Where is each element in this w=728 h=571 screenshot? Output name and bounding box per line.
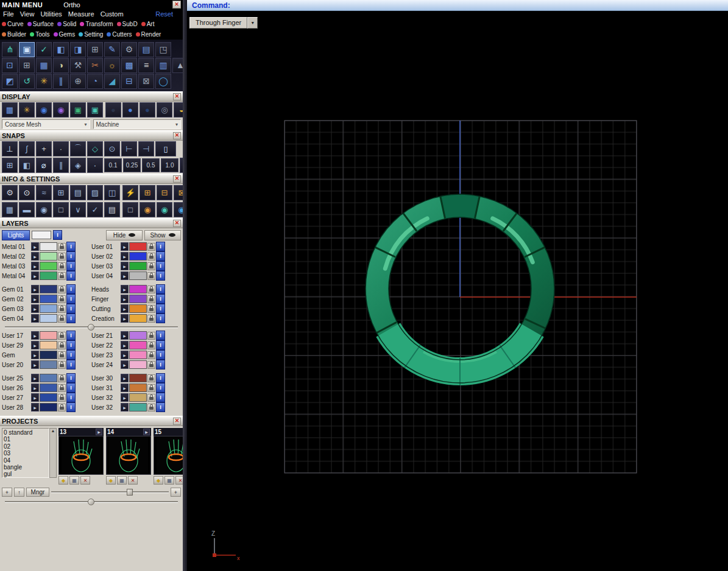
layer-info-button[interactable]: I — [156, 340, 165, 350]
layer-name[interactable]: Metal 01 — [2, 243, 30, 250]
delete-icon[interactable]: ✕ — [128, 476, 138, 485]
lock-icon[interactable] — [147, 351, 155, 359]
close-icon[interactable]: ✕ — [173, 418, 181, 425]
toolbar-icon[interactable]: ◉ — [157, 202, 172, 217]
layer-name[interactable]: User 04 — [91, 273, 120, 279]
toolbar-icon[interactable]: ▣ — [87, 102, 103, 117]
toolbar-icon[interactable]: ▯ — [155, 141, 176, 156]
toolbar-icon[interactable]: ⊞ — [2, 158, 18, 173]
toolbar-icon[interactable]: ◉ — [53, 102, 69, 117]
toolbar-icon[interactable]: ⊠ — [174, 185, 183, 200]
toolbar-icon[interactable]: ◉ — [140, 202, 155, 217]
layer-info-button[interactable]: I — [66, 393, 76, 402]
layer-arrow-button[interactable]: ▶ — [31, 304, 39, 313]
slider-handle[interactable] — [88, 499, 94, 505]
lock-icon[interactable] — [58, 262, 66, 270]
toolbar-icon[interactable]: · — [87, 158, 103, 173]
layer-info-button[interactable]: I — [156, 261, 165, 271]
project-thumbnail[interactable]: 13▶◆▦✕ — [58, 428, 104, 485]
layer-info-button[interactable]: I — [66, 340, 76, 350]
thumbnail-next-button[interactable]: ▶ — [96, 429, 102, 435]
layer-arrow-button[interactable]: ▶ — [121, 360, 129, 369]
close-icon[interactable]: ✕ — [173, 93, 181, 100]
toolbar-icon[interactable]: ▦ — [2, 202, 18, 217]
menu-item-view[interactable]: View — [17, 10, 38, 18]
toolbar-icon[interactable]: ◫ — [104, 185, 120, 200]
lock-icon[interactable] — [58, 374, 66, 382]
toolbar-icon[interactable]: ⊞ — [19, 58, 35, 73]
toolbar-icon[interactable]: ⊣ — [138, 141, 154, 156]
lock-icon[interactable] — [147, 253, 155, 261]
layer-name[interactable]: Metal 02 — [2, 253, 30, 260]
layer-info-button[interactable]: I — [156, 383, 165, 393]
layer-arrow-button[interactable]: ▶ — [31, 360, 39, 369]
toolbar-icon[interactable]: ⚙ — [121, 42, 137, 57]
layer-arrow-button[interactable]: ▶ — [121, 374, 129, 382]
toolbar-icon[interactable]: ▤ — [70, 185, 86, 200]
category-surface[interactable]: Surface — [26, 21, 55, 27]
toolbar-icon[interactable]: ⊟ — [157, 185, 172, 200]
layer-color-swatch[interactable] — [129, 393, 147, 402]
toolbar-icon[interactable]: ∫ — [19, 141, 35, 156]
toolbar-icon[interactable]: ▨ — [87, 185, 103, 200]
scroll-up-icon[interactable]: ▲ — [51, 429, 55, 433]
layer-name[interactable]: User 23 — [91, 352, 120, 359]
layer-info-button[interactable]: I — [156, 294, 165, 304]
viewport-canvas[interactable] — [187, 11, 728, 571]
layer-info-button[interactable]: I — [66, 373, 76, 383]
layer-info-button[interactable]: I — [156, 360, 165, 370]
toolbar-icon[interactable]: ◧ — [53, 42, 69, 57]
layer-color-swatch[interactable] — [129, 341, 147, 349]
gem-icon[interactable]: ◆ — [154, 476, 163, 485]
hide-button[interactable]: Hide — [106, 230, 143, 240]
layer-arrow-button[interactable]: ▶ — [31, 242, 39, 251]
lock-icon[interactable] — [147, 305, 155, 313]
layer-arrow-button[interactable]: ▶ — [121, 285, 129, 293]
snap-value-0.1[interactable]: 0.1 — [104, 158, 122, 172]
toolbar-icon[interactable]: ▥ — [155, 58, 171, 73]
lock-icon[interactable] — [147, 384, 155, 392]
toolbar-icon[interactable]: ● — [105, 102, 121, 117]
toolbar-icon[interactable]: □ — [53, 202, 69, 217]
layer-color-swatch[interactable] — [129, 304, 147, 313]
layer-arrow-button[interactable]: ▶ — [121, 314, 129, 323]
project-thumbnail[interactable]: 15▶◆▦✕ — [154, 428, 183, 485]
viewport[interactable]: Through Finger ▾ — [187, 11, 728, 571]
layer-color-swatch[interactable] — [40, 285, 57, 293]
category-tools[interactable]: Tools — [28, 31, 51, 38]
layer-color-swatch[interactable] — [40, 393, 57, 402]
category-curve[interactable]: Curve — [0, 21, 26, 27]
lock-icon[interactable] — [147, 315, 155, 323]
layer-name[interactable]: User 24 — [91, 362, 120, 368]
layer-color-swatch[interactable] — [40, 374, 57, 382]
layer-name[interactable]: Gem 03 — [2, 306, 30, 312]
layer-name[interactable]: Cutting — [91, 306, 120, 312]
project-list-item[interactable]: 03 — [4, 450, 48, 457]
layer-name[interactable]: User 32 — [91, 394, 120, 401]
mngr-button[interactable]: Mngr — [26, 488, 49, 497]
layer-info-button[interactable]: I — [66, 242, 76, 251]
lock-icon[interactable] — [58, 253, 66, 261]
category-render[interactable]: Render — [134, 31, 163, 38]
layer-color-swatch[interactable] — [40, 331, 57, 340]
layer-info-button[interactable]: I — [66, 314, 76, 323]
lock-icon[interactable] — [58, 384, 66, 392]
layer-color-swatch[interactable] — [40, 271, 57, 280]
toolbar-icon[interactable]: ◢ — [104, 74, 120, 89]
layer-info-button[interactable]: I — [66, 350, 76, 360]
toolbar-icon[interactable]: ⊕ — [70, 74, 86, 89]
menu-item-custom[interactable]: Custom — [97, 10, 127, 18]
layer-info-button[interactable]: I — [66, 360, 76, 370]
toolbar-icon[interactable]: ◒ — [174, 102, 183, 117]
toolbar-icon[interactable]: ⊙ — [19, 185, 35, 200]
grid-icon[interactable]: ▦ — [164, 476, 174, 485]
layer-name[interactable]: User 29 — [2, 342, 30, 349]
layer-info-button[interactable]: I — [156, 373, 165, 383]
layer-info-button[interactable]: I — [66, 402, 76, 412]
layer-color-swatch[interactable] — [40, 351, 57, 359]
layer-info-button[interactable]: I — [156, 284, 165, 294]
lock-icon[interactable] — [58, 315, 66, 323]
gem-icon[interactable]: ◆ — [106, 476, 116, 485]
layer-name[interactable]: User 03 — [91, 263, 120, 270]
lock-icon[interactable] — [58, 342, 66, 349]
